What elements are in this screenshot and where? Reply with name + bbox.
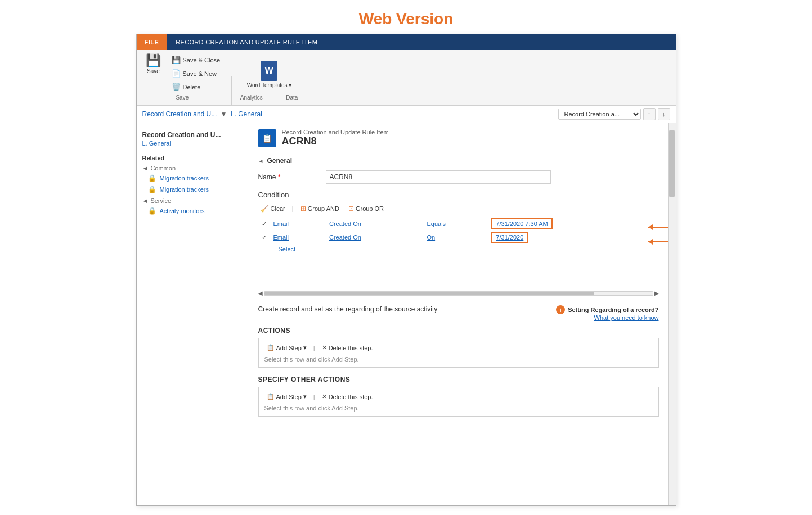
info-row: i Setting Regarding of a record? <box>556 305 658 314</box>
group-and-label: Group AND <box>308 205 339 212</box>
ribbon-save-section: 💾 Save 💾 Save & Close 📄 <box>141 52 224 105</box>
save-group-label: Save <box>176 94 189 101</box>
sidebar-item-migration-2[interactable]: 🔒 Migration trackers <box>137 184 249 195</box>
group-or-button[interactable]: ⊡ Group OR <box>346 204 386 214</box>
analytics-label: Analytics <box>240 94 263 101</box>
scroll-track[interactable] <box>264 291 653 296</box>
main-layout: Record Creation and U... L. General Rela… <box>137 123 676 505</box>
v-scrollbar[interactable] <box>668 123 676 505</box>
row1-operator[interactable]: Equals <box>427 220 446 227</box>
save-new-label: Save & New <box>183 70 217 77</box>
specify-add-arrow: ▾ <box>303 393 307 400</box>
specify-add-step-label: Add Step <box>276 394 302 400</box>
word-templates-label: Word Templates ▾ <box>247 82 291 88</box>
page-title: Web Version <box>0 0 812 34</box>
clear-label: Clear <box>271 205 285 212</box>
ribbon: 💾 Save 💾 Save & Close 📄 <box>137 50 676 106</box>
info-link[interactable]: What you need to know <box>594 314 659 321</box>
activity-icon: 🔒 <box>148 207 156 215</box>
specify-delete-label: Delete this step. <box>329 394 373 400</box>
general-toggle[interactable]: ◄ <box>258 158 264 164</box>
info-box: i Setting Regarding of a record? What yo… <box>556 305 658 321</box>
common-label: Common <box>150 165 176 171</box>
add-step-label: Add Step <box>276 345 302 351</box>
breadcrumb: Record Creation and U... ▼ L. General <box>142 110 262 118</box>
word-icon: W <box>261 61 277 81</box>
nav-up-button[interactable]: ↑ <box>643 108 656 120</box>
word-templates-button[interactable]: W Word Templates ▾ <box>242 58 297 91</box>
save-close-button[interactable]: 💾 Save & Close <box>168 54 224 66</box>
annotation-b-container: b <box>648 234 668 250</box>
sidebar-item-activity[interactable]: 🔒 Activity monitors <box>137 205 249 216</box>
data-label: Data <box>286 94 298 101</box>
actions-toolbar: 📋 Add Step ▾ | ✕ Delete this step. <box>264 343 653 353</box>
delete-step-button[interactable]: ✕ Delete this step. <box>320 343 375 353</box>
specify-delete-icon: ✕ <box>322 393 327 400</box>
ribbon-divider-1 <box>231 76 232 105</box>
service-section-header: ◄ Service <box>137 195 249 205</box>
cond-sep-1: | <box>292 205 294 212</box>
specify-sep: | <box>313 394 315 400</box>
specify-add-step-icon: 📋 <box>267 393 275 400</box>
row1-field2[interactable]: Created On <box>329 220 361 227</box>
record-subtitle: Record Creation and Update Rule Item <box>282 129 389 135</box>
delete-step-icon: ✕ <box>322 344 327 351</box>
name-input[interactable] <box>326 170 551 184</box>
service-label: Service <box>150 197 171 204</box>
scroll-left-icon[interactable]: ◀ <box>258 290 263 296</box>
group-or-label: Group OR <box>356 205 384 212</box>
breadcrumb-arrow: ▼ <box>221 110 227 118</box>
condition-label: Condition <box>258 191 659 199</box>
sidebar-item-migration-1[interactable]: 🔒 Migration trackers <box>137 173 249 184</box>
migration-icon-2: 🔒 <box>148 186 156 193</box>
select-link[interactable]: Select <box>263 246 296 252</box>
specify-box: 📋 Add Step ▾ | ✕ Delete this step. <box>258 387 659 417</box>
action-placeholder: Select this row and click Add Step. <box>264 356 653 363</box>
record-icon: 📋 <box>258 129 276 147</box>
save-close-label: Save & Close <box>183 57 221 64</box>
clear-button[interactable]: 🧹 Clear <box>258 204 288 214</box>
nav-down-button[interactable]: ↓ <box>658 108 670 120</box>
save-label: Save <box>147 68 160 74</box>
specify-delete-button[interactable]: ✕ Delete this step. <box>320 392 375 401</box>
condition-toolbar: 🧹 Clear | ⊞ Group AND ⊡ Group OR <box>258 204 659 214</box>
condition-section: Condition 🧹 Clear | ⊞ Group AND <box>258 191 659 296</box>
save-new-button[interactable]: 📄 Save & New <box>168 67 224 79</box>
save-button[interactable]: 💾 Save <box>141 52 166 76</box>
file-bar: FILE RECORD CREATION AND UPDATE RULE ITE… <box>137 34 676 50</box>
row2-field1[interactable]: Email <box>273 234 289 241</box>
file-tab[interactable]: FILE <box>137 34 167 50</box>
specify-section: SPECIFY OTHER ACTIONS 📋 Add Step ▾ | <box>258 376 659 417</box>
row2-value[interactable]: 7/31/2020 <box>491 232 528 243</box>
create-record-text: Create record and set as the regarding o… <box>258 305 438 313</box>
breadcrumb-section[interactable]: L. General <box>231 110 262 118</box>
condition-row-2: ✓ Email Created On On 7/31/2020 <box>258 231 659 244</box>
scroll-thumb <box>264 292 595 295</box>
select-row: Select <box>258 244 659 254</box>
specify-add-step-button[interactable]: 📋 Add Step ▾ <box>264 392 309 401</box>
delete-label: Delete <box>183 84 201 91</box>
row1-value[interactable]: 7/31/2020 7:30 AM <box>491 218 552 229</box>
sidebar-subtitle[interactable]: L. General <box>137 140 249 150</box>
dropdown-arrow-icon: ▾ <box>289 82 291 88</box>
delete-button[interactable]: 🗑️ Delete <box>168 81 224 93</box>
row2-field2[interactable]: Created On <box>329 234 361 241</box>
row2-operator[interactable]: On <box>427 234 435 241</box>
nav-dropdown[interactable]: Record Creation a... <box>558 109 641 120</box>
migration-label-2: Migration trackers <box>160 186 209 193</box>
delete-step-label: Delete this step. <box>329 345 373 351</box>
content: 📋 Record Creation and Update Rule Item A… <box>249 123 668 505</box>
breadcrumb-entity[interactable]: Record Creation and U... <box>142 110 217 118</box>
specify-toolbar: 📋 Add Step ▾ | ✕ Delete this step. <box>264 392 653 401</box>
common-toggle-icon: ◄ <box>142 165 149 171</box>
required-indicator: * <box>278 173 281 181</box>
row1-field1[interactable]: Email <box>273 220 289 227</box>
info-icon: i <box>556 305 565 314</box>
annotation-a-container: a <box>648 219 668 235</box>
group-and-button[interactable]: ⊞ Group AND <box>298 204 342 214</box>
save-close-icon: 💾 <box>172 56 181 64</box>
content-header: 📋 Record Creation and Update Rule Item A… <box>249 123 668 151</box>
add-step-button[interactable]: 📋 Add Step ▾ <box>264 343 309 353</box>
save-icon: 💾 <box>146 55 161 67</box>
scroll-right-icon[interactable]: ▶ <box>654 290 659 296</box>
